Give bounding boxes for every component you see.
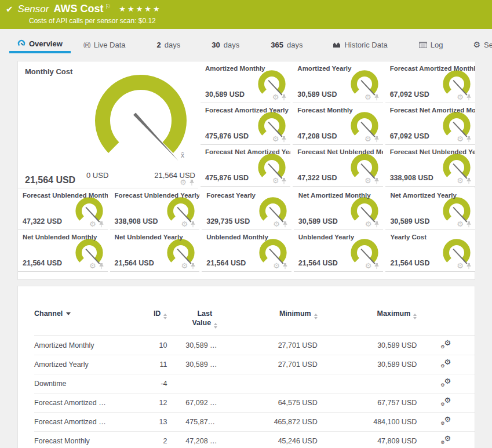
channel-gauge-cell[interactable]: Amortized Yearly 30,589 USD ⚙ [293, 61, 382, 103]
channel-gauge-cell[interactable]: Unblended Monthly 21,564 USD ⚙ [202, 230, 291, 272]
channel-gauge-cell[interactable]: Net Unblended Monthly 21,564 USD ⚙ [18, 230, 108, 272]
pin-icon[interactable] [374, 221, 380, 228]
channel-gauge-cell[interactable]: Forecast Net Amortized Mont… 67,092 USD … [385, 103, 475, 145]
table-row[interactable]: Amortized Monthly 10 30,589 … 27,701 USD… [34, 336, 475, 355]
pin-icon[interactable] [374, 177, 380, 184]
channel-maximum-cell: 47,809 USD [318, 437, 417, 445]
gear-icon[interactable]: ⚙ [457, 93, 464, 101]
gear-icon[interactable]: ⚙ [272, 93, 279, 101]
tab-log[interactable]: Log [411, 36, 451, 53]
channel-gauge-cell[interactable]: Forecast Amortized Monthly 67,092 USD ⚙ [385, 61, 475, 103]
table-row[interactable]: Forecast Amortized … 12 67,092 … 64,575 … [34, 394, 475, 413]
tab-settings-label: Settings [484, 41, 492, 49]
channel-gauge-cell[interactable]: Forecast Net Unblended Mon… 47,322 USD ⚙ [293, 145, 382, 187]
primary-channel-gauge-cell[interactable]: Monthly Cost 0 USD 21,564 USD x̄ 21,564 … [18, 61, 198, 188]
table-row[interactable]: Forecast Monthly 2 47,208 … 45,246 USD 4… [34, 432, 475, 448]
gear-icon[interactable]: ⚙ [457, 220, 464, 228]
gear-icon[interactable]: ⚙ [365, 220, 372, 228]
pin-icon[interactable] [282, 263, 288, 269]
gear-icon[interactable]: ⚙ [272, 177, 279, 184]
pin-icon[interactable] [374, 94, 380, 101]
pin-icon[interactable] [281, 177, 287, 184]
pin-icon[interactable] [99, 221, 104, 228]
gear-icon[interactable]: ⚙ [181, 262, 188, 269]
column-header-id[interactable]: ID [133, 309, 167, 319]
channel-gauge-cell[interactable]: Yearly Cost 21,564 USD ⚙ [385, 230, 475, 272]
pin-icon[interactable] [466, 263, 472, 269]
channel-gauge-cell[interactable]: Unblended Yearly 21,564 USD ⚙ [294, 230, 384, 272]
status-ok-icon: ✔ [6, 4, 13, 14]
gear-icon[interactable]: ⚙ [181, 220, 188, 228]
gear-icon[interactable]: ⚙ [365, 177, 371, 184]
pin-icon[interactable] [189, 179, 195, 186]
pin-icon[interactable] [190, 221, 196, 228]
pin-icon[interactable] [374, 136, 380, 143]
pin-icon[interactable] [466, 177, 472, 184]
gear-icon[interactable]: ⚙ [457, 177, 464, 184]
gear-icon[interactable]: ⚙ [89, 262, 96, 269]
channel-gauge-title: Forecast Monthly [297, 107, 382, 114]
channel-gauge-value: 30,589 USD [205, 90, 245, 99]
tab-2-days[interactable]: 2 days [149, 36, 189, 53]
gear-icon[interactable]: ⚙ [365, 93, 371, 101]
channel-gauge-cell[interactable]: Forecast Amortized Yearly 475,876 USD ⚙ [201, 103, 290, 145]
channel-gauge-cell[interactable]: Forecast Yearly 329,735 USD ⚙ [202, 188, 291, 230]
column-header-last-value[interactable]: Last Value [167, 309, 231, 329]
pin-icon[interactable] [282, 221, 288, 228]
channel-gauge-cell[interactable]: Forecast Net Amortized Yearly 475,876 US… [201, 145, 290, 187]
pin-icon[interactable] [99, 263, 104, 269]
pin-icon[interactable] [374, 263, 380, 269]
table-row[interactable]: Downtime -4 ⚙⚙ [34, 374, 475, 394]
tab-settings[interactable]: ⚙ Settings [465, 36, 492, 53]
channel-gauge-cell[interactable]: Forecast Net Unblended Yearly 338,908 US… [385, 145, 475, 187]
channel-minimum-cell: 27,701 USD [231, 360, 318, 369]
log-icon [419, 42, 427, 48]
gear-icon[interactable]: ⚙ [180, 179, 187, 186]
flag-icon[interactable]: ⚐ [105, 3, 111, 10]
channel-settings-icon[interactable]: ⚙⚙ [440, 435, 451, 445]
channel-settings-icon[interactable]: ⚙⚙ [440, 397, 451, 406]
tab-historic-data[interactable]: Historic Data [325, 36, 395, 53]
channel-gauge-cell[interactable]: Forecast Unblended Yearly 338,908 USD ⚙ [110, 188, 200, 230]
priority-stars[interactable]: ★★★★★ [119, 5, 161, 13]
table-row[interactable]: Forecast Amortized … 13 475,87… 465,872 … [34, 413, 475, 432]
tab-live-data-label: Live Data [94, 41, 126, 49]
column-header-minimum[interactable]: Minimum [231, 309, 318, 319]
channel-gauge-cell[interactable]: Amortized Monthly 30,589 USD ⚙ [201, 61, 290, 103]
gear-icon[interactable]: ⚙ [273, 220, 280, 228]
channel-settings-icon[interactable]: ⚙⚙ [440, 359, 451, 368]
tab-365-days[interactable]: 365 days [263, 36, 311, 53]
pin-icon[interactable] [466, 221, 472, 228]
gear-icon[interactable]: ⚙ [89, 220, 96, 228]
pin-icon[interactable] [466, 136, 472, 143]
gear-icon[interactable]: ⚙ [273, 262, 280, 269]
table-header-row: Channel ID Last Value Minimum Maximum [34, 309, 475, 336]
tab-overview[interactable]: Overview [9, 36, 71, 53]
full-gauge-grid: Forecast Unblended Monthly 47,322 USD ⚙ … [18, 188, 475, 272]
gear-icon[interactable]: ⚙ [457, 262, 464, 269]
gear-icon[interactable]: ⚙ [365, 262, 372, 269]
channel-settings-icon[interactable]: ⚙⚙ [440, 416, 451, 425]
channel-settings-icon[interactable]: ⚙⚙ [440, 378, 451, 387]
channel-gauge-cell[interactable]: Net Amortized Yearly 30,589 USD ⚙ [385, 188, 475, 230]
channel-minimum-cell: 45,246 USD [231, 437, 318, 445]
channel-settings-icon[interactable]: ⚙⚙ [440, 340, 451, 349]
channel-gauge-title: Forecast Net Unblended Mon… [297, 148, 382, 155]
channel-gauge-cell[interactable]: Net Amortized Monthly 30,589 USD ⚙ [294, 188, 384, 230]
pin-icon[interactable] [281, 136, 287, 143]
pin-icon[interactable] [190, 263, 196, 269]
column-header-channel[interactable]: Channel [34, 309, 133, 318]
pin-icon[interactable] [281, 94, 287, 101]
channel-gauge-cell[interactable]: Forecast Monthly 47,208 USD ⚙ [293, 103, 382, 145]
column-header-maximum[interactable]: Maximum [318, 309, 417, 319]
gear-icon[interactable]: ⚙ [272, 135, 279, 143]
historic-data-icon [333, 41, 341, 48]
channel-gauge-cell[interactable]: Net Unblended Yearly 21,564 USD ⚙ [110, 230, 200, 272]
gear-icon[interactable]: ⚙ [457, 135, 464, 143]
gear-icon[interactable]: ⚙ [365, 135, 371, 143]
pin-icon[interactable] [466, 94, 472, 101]
tab-30-days[interactable]: 30 days [203, 36, 247, 53]
tab-live-data[interactable]: ((•)) Live Data [75, 36, 134, 53]
table-row[interactable]: Amortized Yearly 11 30,589 … 27,701 USD … [34, 355, 475, 374]
channel-gauge-cell[interactable]: Forecast Unblended Monthly 47,322 USD ⚙ [18, 188, 108, 230]
